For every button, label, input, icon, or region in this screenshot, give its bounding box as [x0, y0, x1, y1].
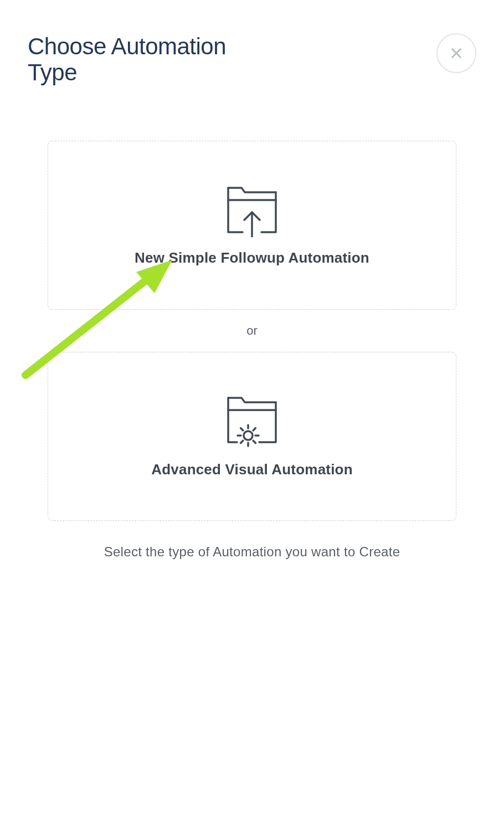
svg-line-12	[253, 428, 255, 431]
dialog-title: Choose Automation Type	[28, 33, 260, 85]
or-separator: or	[48, 324, 456, 338]
upload-folder-icon	[225, 185, 279, 239]
svg-line-11	[241, 441, 243, 443]
dialog-header: Choose Automation Type	[0, 0, 504, 85]
svg-line-9	[241, 428, 243, 431]
svg-line-10	[253, 441, 255, 443]
hint-text: Select the type of Automation you want t…	[48, 544, 456, 560]
option-advanced-label: Advanced Visual Automation	[151, 461, 353, 478]
dialog-content: New Simple Followup Automation or	[0, 85, 504, 560]
option-advanced-visual[interactable]: Advanced Visual Automation	[48, 352, 456, 521]
close-icon	[449, 45, 464, 61]
option-simple-followup[interactable]: New Simple Followup Automation	[48, 141, 456, 310]
folder-gear-icon	[225, 395, 279, 451]
svg-point-4	[244, 431, 253, 440]
close-button[interactable]	[436, 33, 476, 73]
option-simple-label: New Simple Followup Automation	[135, 249, 369, 267]
